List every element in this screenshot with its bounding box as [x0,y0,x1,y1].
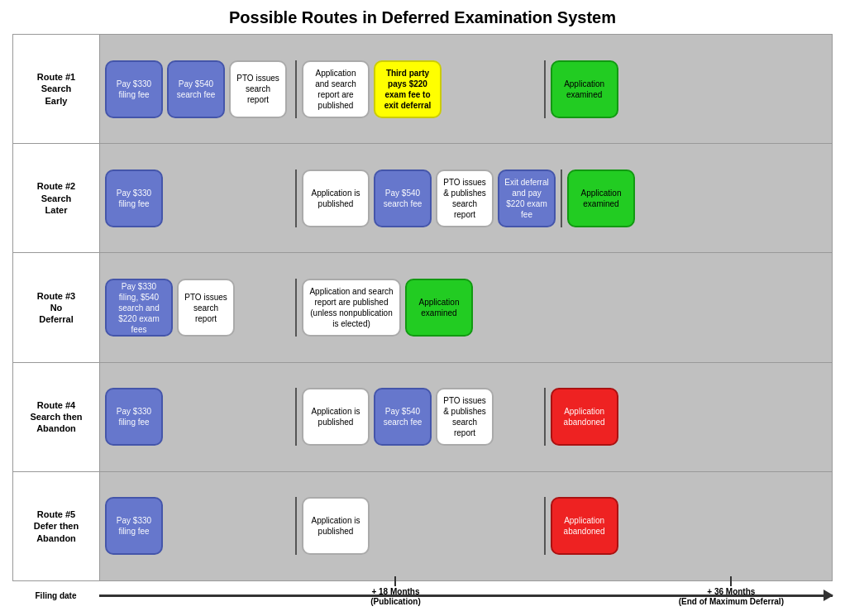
end-marker: + 36 Months(End of Maximum Deferral) [679,576,784,607]
timeline-arrow: + 18 Months(Publication) + 36 Months(End… [99,595,833,597]
card-route2-mid-1: Pay $540 search fee [374,170,432,227]
section-mid-5: Application is published [295,497,544,555]
card-route2-mid-2: PTO issues & publishes search report [436,170,494,227]
card-route1-mid-0: Application and search report are publis… [302,60,370,118]
card-route2-late-0: Application examined [567,170,635,227]
section-pre-4: Pay $330 filing fee [105,388,295,446]
route-label-2: Route #2SearchLater [13,144,100,252]
section-mid-3: Application and search report are publis… [295,279,544,337]
route-row-1: Route #1SearchEarlyPay $330 filing feePa… [13,35,832,144]
card-route4-mid-1: Pay $540 search fee [374,388,432,446]
section-pre-2: Pay $330 filing fee [105,170,295,227]
card-route4-pre-0: Pay $330 filing fee [105,388,163,446]
route-inner-1: Pay $330 filing feePay $540 search feePT… [100,35,832,143]
card-route2-pre-0: Pay $330 filing fee [105,170,163,227]
section-pre-1: Pay $330 filing feePay $540 search feePT… [105,60,295,118]
route-label-5: Route #5Defer thenAbandon [13,472,100,580]
section-mid-2: Application is publishedPay $540 search … [295,170,561,227]
card-route3-pre-0: Pay $330 filing, $540 search and $220 ex… [105,279,173,337]
route-label-1: Route #1SearchEarly [13,35,100,143]
route-inner-5: Pay $330 filing feeApplication is publis… [100,472,832,580]
route-inner-4: Pay $330 filing feeApplication is publis… [100,363,832,471]
card-route2-mid-0: Application is published [302,170,370,227]
section-late-5: Application abandoned [544,497,827,555]
card-route2-mid-3: Exit deferral and pay $220 exam fee [498,170,556,227]
card-route4-mid-0: Application is published [302,388,370,446]
page-title: Possible Routes in Deferred Examination … [12,8,833,27]
route-inner-2: Pay $330 filing feeApplication is publis… [100,144,832,252]
section-pre-3: Pay $330 filing, $540 search and $220 ex… [105,279,295,337]
card-route4-late-0: Application abandoned [551,388,618,446]
section-late-2: Application examined [561,170,827,227]
card-route5-mid-0: Application is published [302,497,370,555]
section-mid-4: Application is publishedPay $540 search … [295,388,544,446]
route-row-4: Route #4Search thenAbandonPay $330 filin… [13,363,832,472]
route-row-5: Route #5Defer thenAbandonPay $330 filing… [13,472,832,580]
card-route3-mid-1: Application examined [405,279,473,337]
route-label-3: Route #3NoDeferral [13,253,100,361]
route-label-4: Route #4Search thenAbandon [13,363,100,471]
card-route1-mid-1: Third party pays $220 exam fee to exit d… [374,60,442,118]
card-route3-mid-0: Application and search report are publis… [302,279,401,337]
card-route3-pre-1: PTO issues search report [177,279,235,337]
card-route5-late-0: Application abandoned [551,497,618,555]
card-route5-pre-0: Pay $330 filing fee [105,497,163,555]
card-route1-pre-2: PTO issues search report [229,60,287,118]
section-late-1: Application examined [544,60,827,118]
section-mid-1: Application and search report are publis… [295,60,544,118]
route-row-3: Route #3NoDeferralPay $330 filing, $540 … [13,253,832,362]
route-row-2: Route #2SearchLaterPay $330 filing feeAp… [13,144,832,253]
pub-marker: + 18 Months(Publication) [370,576,421,607]
filing-date-label: Filing date [12,591,99,600]
section-pre-5: Pay $330 filing fee [105,497,295,555]
route-inner-3: Pay $330 filing, $540 search and $220 ex… [100,253,832,361]
card-route4-mid-2: PTO issues & publishes search report [436,388,494,446]
card-route1-late-0: Application examined [551,60,618,118]
card-route1-pre-0: Pay $330 filing fee [105,60,163,118]
card-route1-pre-1: Pay $540 search fee [167,60,225,118]
section-late-4: Application abandoned [544,388,827,446]
